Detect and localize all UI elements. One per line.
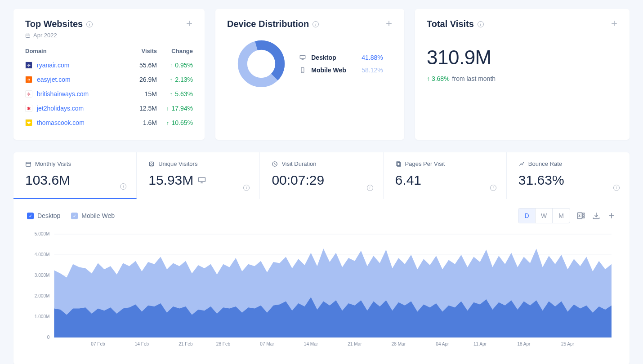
device-desktop-label: Desktop <box>311 54 356 61</box>
pages-icon <box>395 161 402 167</box>
arrow-up-icon: ↑ <box>170 91 172 98</box>
visits-value: 26.9M <box>125 76 157 83</box>
date-line: Apr 2022 <box>25 32 193 39</box>
table-row: e easyjet.com 26.9M ↑ 2.13% <box>25 72 193 87</box>
svg-text:07 Mar: 07 Mar <box>260 342 274 346</box>
table-row: ❤ thomascook.com 1.6M ↑ 10.65% <box>25 115 193 130</box>
device-distribution-card: Device Distribution i Desktop 41.88% <box>215 9 404 140</box>
legend-mobileweb[interactable]: ✓ Mobile Web <box>71 212 115 219</box>
svg-text:2.000M: 2.000M <box>35 293 50 298</box>
device-mobileweb-pct: 58.12% <box>362 67 383 74</box>
svg-text:21 Mar: 21 Mar <box>348 342 362 346</box>
download-icon[interactable] <box>592 211 601 220</box>
svg-text:0: 0 <box>47 335 50 340</box>
export-excel-icon[interactable] <box>576 211 585 220</box>
svg-text:28 Mar: 28 Mar <box>392 342 406 346</box>
total-visits-title: Total Visits <box>427 19 474 29</box>
svg-text:25 Apr: 25 Apr <box>561 342 575 346</box>
arrow-up-icon: ↑ <box>170 62 172 69</box>
svg-rect-17 <box>26 162 31 166</box>
info-icon[interactable]: i <box>613 185 620 191</box>
svg-text:14 Feb: 14 Feb <box>135 342 149 346</box>
mobile-icon <box>299 67 306 73</box>
svg-text:14 Mar: 14 Mar <box>304 342 318 346</box>
plus-icon[interactable] <box>384 19 393 28</box>
favicon-icon: ✈ <box>25 90 32 98</box>
svg-text:3.000M: 3.000M <box>35 273 50 278</box>
info-icon[interactable]: i <box>313 21 319 27</box>
metric-monthly-visits[interactable]: Monthly Visits 103.6M i <box>13 152 137 199</box>
svg-rect-29 <box>582 215 584 216</box>
granularity-day-button[interactable]: D <box>518 209 536 223</box>
website-link[interactable]: jet2holidays.com <box>37 105 125 112</box>
svg-text:04 Apr: 04 Apr <box>436 342 449 346</box>
website-link[interactable]: easyjet.com <box>37 76 125 83</box>
metric-pages-per-visit[interactable]: Pages Per Visit 6.41 i <box>384 152 507 199</box>
svg-text:5.000M: 5.000M <box>35 231 50 236</box>
change-value: ↑ 0.95% <box>157 62 193 69</box>
svg-text:11 Apr: 11 Apr <box>473 342 487 346</box>
metric-unique-visitors[interactable]: Unique Visitors 15.93M i <box>137 152 260 199</box>
change-value: ↑ 2.13% <box>157 76 193 83</box>
info-icon[interactable]: i <box>86 21 93 27</box>
info-icon[interactable]: i <box>490 185 496 191</box>
info-icon[interactable]: i <box>367 185 373 191</box>
granularity-month-button[interactable]: M <box>553 209 570 223</box>
info-icon[interactable]: i <box>243 185 250 191</box>
col-change-header: Change <box>157 48 193 54</box>
desktop-icon <box>299 54 306 61</box>
plus-icon[interactable] <box>607 211 616 220</box>
arrow-up-icon: ↑ <box>166 106 169 112</box>
plus-icon[interactable] <box>185 19 194 28</box>
granularity-week-button[interactable]: W <box>536 209 553 223</box>
metric-visit-duration[interactable]: Visit Duration 00:07:29 i <box>260 152 383 199</box>
svg-point-20 <box>151 163 152 164</box>
metric-value: 00:07:29 <box>272 173 324 188</box>
visits-value: 12.5M <box>125 105 157 112</box>
metric-value: 6.41 <box>395 173 421 188</box>
cal-icon <box>25 161 31 167</box>
total-visits-value: 310.9M <box>427 46 618 69</box>
svg-text:4.000M: 4.000M <box>35 252 50 257</box>
svg-text:28 Feb: 28 Feb <box>216 342 231 346</box>
total-visits-change: ↑ 3.68% from last month <box>427 75 618 82</box>
device-row-desktop: Desktop 41.88% <box>299 54 383 61</box>
visits-value: 55.6M <box>125 62 157 69</box>
website-link[interactable]: britishairways.com <box>37 90 125 98</box>
metric-label: Unique Visitors <box>158 160 197 167</box>
device-distribution-title: Device Distribution <box>227 19 309 29</box>
change-value: ↑ 10.65% <box>157 119 193 126</box>
arrow-up-icon: ↑ <box>427 75 430 82</box>
bounce-icon <box>518 161 525 167</box>
device-row-mobileweb: Mobile Web 58.12% <box>299 67 383 74</box>
favicon-icon: ✽ <box>25 105 32 112</box>
change-label: from last month <box>452 75 496 82</box>
visits-value: 15M <box>125 90 157 98</box>
svg-text:07 Feb: 07 Feb <box>91 342 105 346</box>
device-donut-chart <box>237 39 286 89</box>
legend-desktop[interactable]: ✓ Desktop <box>27 212 60 219</box>
svg-text:21 Feb: 21 Feb <box>179 342 193 346</box>
arrow-up-icon: ↑ <box>170 77 172 83</box>
metrics-row: Monthly Visits 103.6M i Unique Visitors … <box>13 152 630 199</box>
user-icon <box>148 161 155 167</box>
granularity-toggle: D W M <box>518 208 570 223</box>
favicon-icon: ✈ <box>25 62 32 69</box>
total-visits-card: Total Visits i 310.9M ↑ 3.68% from last … <box>415 9 630 140</box>
favicon-icon: e <box>25 76 32 83</box>
arrow-up-icon: ↑ <box>166 120 169 126</box>
svg-text:1.000M: 1.000M <box>35 314 50 319</box>
table-row: ✈ ryanair.com 55.6M ↑ 0.95% <box>25 58 193 72</box>
date-label: Apr 2022 <box>33 32 57 39</box>
info-icon[interactable]: i <box>120 183 126 190</box>
col-visits-header: Visits <box>125 48 157 54</box>
metric-bounce-rate[interactable]: Bounce Rate 31.63% i <box>507 152 630 199</box>
visits-value: 1.6M <box>125 119 157 126</box>
info-icon[interactable]: i <box>478 21 484 27</box>
website-link[interactable]: ryanair.com <box>37 62 125 69</box>
plus-icon[interactable] <box>610 19 619 28</box>
website-link[interactable]: thomascook.com <box>37 119 125 126</box>
metric-label: Visit Duration <box>281 160 316 167</box>
calendar-icon <box>25 33 31 38</box>
svg-rect-30 <box>582 217 584 218</box>
